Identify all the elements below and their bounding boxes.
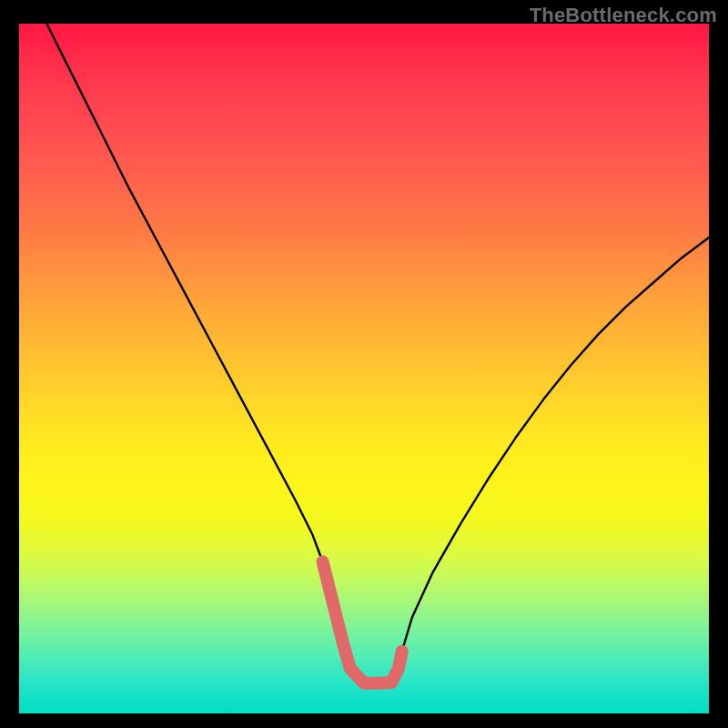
bottleneck-curve (46, 24, 709, 683)
chart-frame: TheBottleneck.com (0, 0, 728, 728)
plot-area (19, 24, 709, 713)
curve-layer (19, 24, 709, 713)
highlight-segment (323, 561, 402, 682)
